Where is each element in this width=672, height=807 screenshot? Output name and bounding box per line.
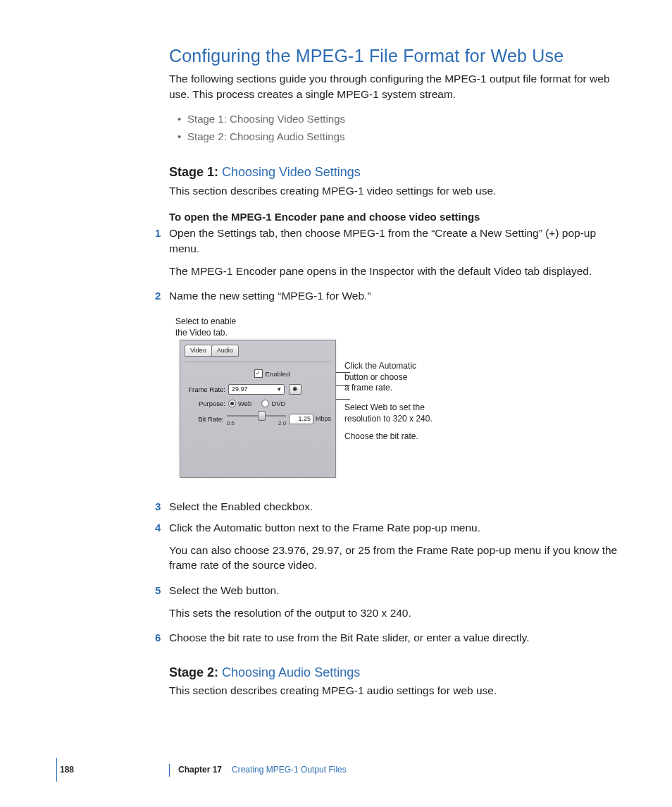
step-follow: You can also choose 23.976, 29.97, or 25…	[169, 543, 623, 573]
step-text: Select the Web button.	[169, 583, 623, 598]
tabs-bar: Video Audio	[185, 345, 331, 357]
page-heading: Configuring the MPEG-1 File Format for W…	[169, 44, 623, 68]
stage2-heading: Stage 2: Choosing Audio Settings	[169, 664, 623, 682]
stage1-desc: This section describes creating MPEG-1 v…	[169, 183, 623, 199]
stage-toc-item[interactable]: Stage 2: Choosing Audio Settings	[180, 129, 623, 144]
callouts-right: Click the Automatic button or choose a f…	[344, 348, 433, 452]
callout-top: Select to enable the Video tab.	[175, 316, 623, 338]
step-text: Select the Enabled checkbox.	[169, 499, 623, 515]
automatic-button[interactable]: ✱	[289, 384, 301, 395]
tab-audio[interactable]: Audio	[211, 345, 239, 357]
step-text: Name the new setting “MPEG-1 for Web.”	[169, 288, 623, 304]
page-footer: 188 Chapter 17 Creating MPEG-1 Output Fi…	[60, 764, 623, 776]
stage1-heading: Stage 1: Choosing Video Settings	[169, 164, 623, 181]
bitrate-label: Bit Rate:	[185, 414, 224, 424]
step-number: 4	[155, 520, 161, 535]
step-text: Open the Settings tab, then choose MPEG-…	[169, 226, 623, 256]
enabled-label: Enabled	[266, 369, 290, 378]
step-follow: The MPEG-1 Encoder pane opens in the Ins…	[169, 264, 623, 279]
stage1-lead: To open the MPEG-1 Encoder pane and choo…	[169, 209, 623, 224]
step-number: 1	[155, 226, 161, 240]
frame-rate-label: Frame Rate:	[185, 385, 225, 394]
purpose-web-label: Web	[238, 399, 251, 408]
encoder-pane-mock: Video Audio ✓ Enabled Frame Rate: 29.97▾…	[180, 340, 336, 478]
stage1-prefix: Stage 1:	[169, 165, 222, 179]
step-number: 2	[155, 288, 161, 303]
step-follow: This sets the resolution of the output t…	[169, 605, 623, 621]
step-number: 6	[155, 630, 161, 645]
bitrate-slider[interactable]: 0.5 2.0	[227, 412, 286, 425]
page-number: 188	[60, 764, 74, 776]
stage2-prefix: Stage 2:	[169, 665, 222, 679]
purpose-web-radio[interactable]	[228, 400, 236, 407]
stage2-desc: This section describes creating MPEG-1 a…	[169, 683, 623, 698]
stage2-title: Choosing Audio Settings	[222, 665, 360, 679]
purpose-dvd-label: DVD	[271, 399, 285, 408]
enabled-checkbox[interactable]: ✓	[254, 369, 263, 378]
chapter-label: Chapter 17	[178, 764, 222, 776]
step-text: Click the Automatic button next to the F…	[169, 520, 623, 536]
step-number: 3	[155, 499, 161, 514]
bitrate-unit: Mbps	[316, 414, 331, 424]
step-text: Choose the bit rate to use from the Bit …	[169, 630, 623, 646]
bitrate-value-field[interactable]: 1.25	[289, 414, 313, 424]
purpose-dvd-radio[interactable]	[261, 400, 269, 407]
step-number: 5	[155, 583, 161, 598]
stage1-title: Choosing Video Settings	[222, 165, 361, 179]
intro-paragraph: The following sections guide you through…	[169, 71, 623, 101]
frame-rate-dropdown[interactable]: 29.97▾	[228, 384, 285, 395]
chapter-title: Creating MPEG-1 Output Files	[232, 764, 347, 776]
encoder-pane-figure: Select to enable the Video tab. Video Au…	[180, 316, 623, 478]
stage-toc-item[interactable]: Stage 1: Choosing Video Settings	[180, 111, 623, 126]
tab-video[interactable]: Video	[185, 345, 212, 357]
purpose-label: Purpose:	[185, 399, 225, 408]
stage-toc-list: Stage 1: Choosing Video Settings Stage 2…	[169, 111, 623, 144]
